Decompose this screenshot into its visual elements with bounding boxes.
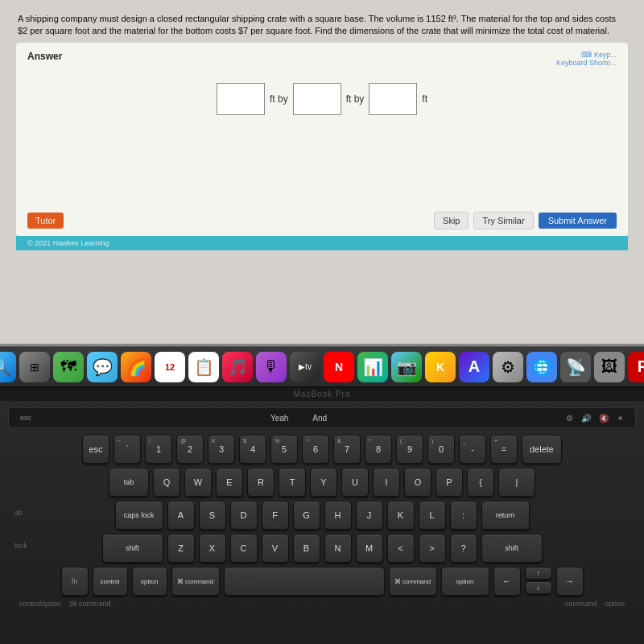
key-esc[interactable]: esc: [82, 435, 109, 464]
key-b[interactable]: B: [293, 534, 320, 563]
key-4[interactable]: $4: [239, 435, 266, 464]
dock-music[interactable]: 🎵: [222, 352, 253, 382]
key-tab[interactable]: tab: [109, 468, 149, 497]
answer-input-2[interactable]: [293, 83, 341, 115]
answer-input-3[interactable]: [369, 83, 417, 115]
key-m[interactable]: M: [356, 534, 383, 563]
key-fn[interactable]: fn: [61, 567, 89, 596]
answer-input-1[interactable]: [217, 83, 265, 115]
command-bottom-left-label: 38 command: [69, 600, 111, 608]
key-0[interactable]: )0: [427, 435, 455, 464]
key-down-arrow[interactable]: ↓: [525, 581, 552, 594]
key-6[interactable]: ^6: [302, 435, 329, 464]
key-semicolon[interactable]: :: [450, 501, 477, 530]
bottom-labels: control option 38 command command option: [8, 600, 636, 608]
key-tilde[interactable]: ~`: [114, 435, 141, 464]
key-2[interactable]: @2: [176, 435, 204, 464]
key-e[interactable]: E: [216, 468, 243, 497]
key-n[interactable]: N: [324, 534, 352, 563]
dock-maps[interactable]: 🗺: [53, 352, 84, 382]
skip-button[interactable]: Skip: [434, 212, 469, 229]
unit-ft-by-2: ft by: [346, 93, 365, 105]
submit-answer-button[interactable]: Submit Answer: [539, 213, 617, 229]
key-u[interactable]: U: [341, 468, 369, 497]
macbook-label: MacBook Pro: [0, 388, 644, 401]
key-shift-left[interactable]: shift: [102, 534, 163, 563]
tutor-button[interactable]: Tutor: [27, 213, 64, 229]
key-return[interactable]: return: [481, 501, 530, 530]
key-c[interactable]: C: [230, 534, 258, 563]
dock-numbers[interactable]: 📊: [357, 352, 388, 382]
key-p[interactable]: P: [436, 468, 463, 497]
key-v[interactable]: V: [262, 534, 289, 563]
key-z[interactable]: Z: [167, 534, 195, 563]
dock-misc1[interactable]: 🖼: [594, 352, 625, 382]
dock-messages[interactable]: 💬: [87, 352, 118, 382]
touch-bar-mute-icon: 🔇: [599, 414, 609, 423]
key-o[interactable]: O: [404, 468, 431, 497]
key-r[interactable]: R: [247, 468, 275, 497]
key-j[interactable]: J: [356, 501, 383, 530]
dock-photos[interactable]: 🌈: [121, 352, 151, 382]
dock-podcasts[interactable]: 🎙: [256, 352, 287, 382]
dock-appstore[interactable]: A: [459, 352, 489, 382]
dock-launchpad[interactable]: ⊞: [19, 352, 50, 382]
dock-appletv[interactable]: ▶tv: [290, 352, 320, 382]
key-w[interactable]: W: [184, 468, 212, 497]
key-h[interactable]: H: [324, 501, 352, 530]
key-lbracket[interactable]: {: [467, 468, 494, 497]
key-minus[interactable]: _-: [459, 435, 486, 464]
key-d[interactable]: D: [230, 501, 258, 530]
key-option-right[interactable]: option: [441, 567, 489, 596]
key-capslock[interactable]: caps lock: [115, 501, 163, 530]
key-up-arrow[interactable]: ↑: [525, 567, 552, 580]
key-right-arrow[interactable]: →: [556, 567, 584, 596]
dock-keynote[interactable]: K: [425, 352, 456, 382]
key-8[interactable]: *8: [365, 435, 392, 464]
key-a[interactable]: A: [167, 501, 195, 530]
key-y[interactable]: Y: [310, 468, 337, 497]
key-comma[interactable]: <: [387, 534, 415, 563]
key-backslash[interactable]: |: [498, 468, 535, 497]
dock-screencast[interactable]: 📡: [560, 352, 591, 382]
key-option-left[interactable]: option: [132, 567, 167, 596]
key-3[interactable]: #3: [208, 435, 235, 464]
key-control[interactable]: control: [93, 567, 128, 596]
dock-facetime[interactable]: 📷: [391, 352, 422, 382]
key-9[interactable]: (9: [396, 435, 423, 464]
keyboard-shortcuts-link[interactable]: Keyboard Shorto...: [556, 59, 617, 67]
key-k[interactable]: K: [387, 501, 415, 530]
key-slash[interactable]: ?: [450, 534, 477, 563]
dock-chrome[interactable]: 🌐: [526, 352, 557, 382]
dock-finder[interactable]: 🔍: [0, 352, 16, 382]
touch-bar-esc[interactable]: esc: [20, 414, 31, 422]
key-g[interactable]: G: [293, 501, 320, 530]
key-left-arrow[interactable]: ←: [493, 567, 521, 596]
key-1[interactable]: !1: [145, 435, 172, 464]
key-f[interactable]: F: [262, 501, 289, 530]
answer-panel-bottom: Tutor Skip Try Similar Submit Answer: [27, 212, 617, 229]
key-command-left[interactable]: ⌘ command: [171, 567, 220, 596]
dock-settings[interactable]: ⚙: [493, 352, 523, 382]
unit-ft-3: ft: [422, 93, 427, 105]
key-shift-right[interactable]: shift: [481, 534, 543, 563]
key-q[interactable]: Q: [153, 468, 180, 497]
key-backspace[interactable]: delete: [522, 435, 562, 464]
key-5[interactable]: %5: [270, 435, 298, 464]
try-similar-button[interactable]: Try Similar: [473, 212, 533, 229]
key-l[interactable]: L: [419, 501, 446, 530]
key-command-right[interactable]: ⌘ command: [389, 567, 437, 596]
key-equals[interactable]: +=: [490, 435, 518, 464]
dock-roblox[interactable]: R: [628, 352, 644, 382]
dock-news[interactable]: N: [324, 352, 354, 382]
answer-label: Answer: [27, 51, 62, 62]
key-x[interactable]: X: [199, 534, 226, 563]
key-i[interactable]: I: [373, 468, 400, 497]
key-period[interactable]: >: [419, 534, 446, 563]
key-s[interactable]: S: [199, 501, 226, 530]
key-t[interactable]: T: [279, 468, 306, 497]
key-7[interactable]: &7: [333, 435, 361, 464]
dock-calendar[interactable]: 12: [155, 352, 185, 382]
key-space[interactable]: [224, 567, 385, 596]
dock-reminders[interactable]: 📋: [188, 352, 219, 382]
